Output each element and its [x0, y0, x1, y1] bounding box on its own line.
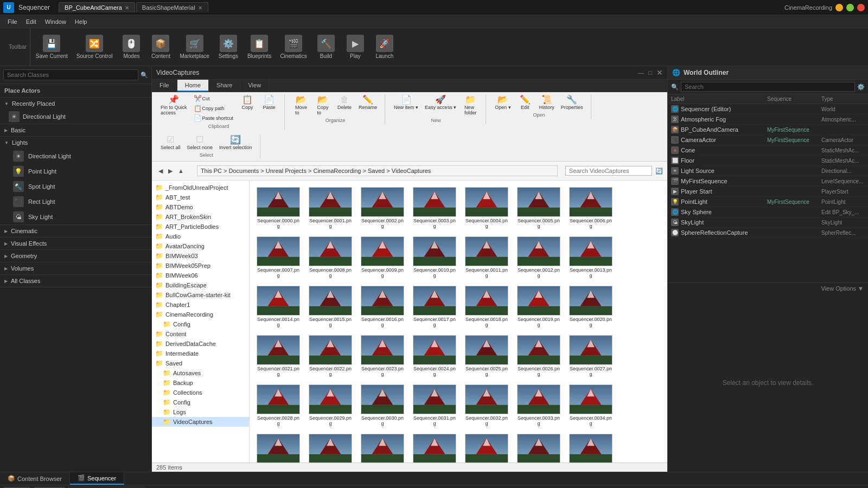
toolbar-btn-save-current[interactable]: 💾Save Current — [33, 33, 71, 61]
tree-item-bimweek05prep[interactable]: 📁BIMWeek05Prep — [152, 261, 249, 271]
tab-close-basic-shape[interactable]: ✕ — [198, 5, 202, 11]
fb-refresh-icon[interactable]: 🔄 — [655, 168, 663, 175]
close-button[interactable] — [857, 4, 865, 11]
file-item-10[interactable]: Sequencer.0010.png — [410, 234, 459, 280]
fb-btn-new-item[interactable]: 📄 New item ▾ — [392, 94, 420, 117]
file-item-11[interactable]: Sequencer.0011.png — [462, 234, 511, 280]
file-item-4[interactable]: Sequencer.0004.png — [462, 185, 511, 231]
file-item-26[interactable]: Sequencer.0026.png — [514, 333, 563, 379]
file-item-20[interactable]: Sequencer.0020.png — [566, 284, 615, 330]
actor-rect-light[interactable]: ⬛ Rect Light — [0, 194, 151, 209]
category-geometry-header[interactable]: ▶ Geometry — [0, 250, 151, 262]
file-item-22[interactable]: Sequencer.0022.png — [306, 333, 355, 379]
category-volumes-header[interactable]: ▶ Volumes — [0, 262, 151, 274]
fb-btn-paste[interactable]: 📄 Paste — [259, 94, 279, 123]
fb-btn-rename[interactable]: ✏️ Rename — [356, 94, 379, 117]
fb-btn-invert-selection[interactable]: 🔄 Invert selection — [217, 134, 254, 151]
fb-maximize-icon[interactable]: □ — [648, 69, 652, 76]
fb-btn-new-folder[interactable]: 📁 Newfolder — [461, 94, 480, 117]
outliner-row-6[interactable]: ☀ Light Source Directional... — [668, 166, 868, 176]
file-item-32[interactable]: Sequencer.0032.png — [462, 382, 511, 428]
toolbar-btn-launch[interactable]: 🚀Launch — [371, 33, 398, 61]
file-item-8[interactable]: Sequencer.0008.png — [306, 234, 355, 280]
tree-item-buildingescape[interactable]: 📁BuildingEscape — [152, 280, 249, 290]
fb-btn-easy-access[interactable]: 🚀 Easy access ▾ — [423, 94, 458, 117]
outliner-row-2[interactable]: 📦 BP_CubeAndCamera MyFirstSequence — [668, 125, 868, 135]
fb-btn-move-to[interactable]: 📂 Moveto — [291, 94, 311, 117]
view-options-button[interactable]: View Options ▼ — [668, 282, 868, 294]
minimize-button[interactable] — [835, 4, 843, 11]
search-classes-input[interactable] — [3, 69, 138, 80]
outliner-row-0[interactable]: 🌐 Sequencer (Editor) World — [668, 104, 868, 114]
tree-item-bullcowgame-starter-kit[interactable]: 📁BullCowGame-starter-kit — [152, 290, 249, 300]
category-recently-placed-header[interactable]: ▼ Recently Placed — [0, 98, 151, 110]
outliner-row-5[interactable]: ⬜ Floor StaticMeshAc... — [668, 156, 868, 166]
tree-item-abtdemo[interactable]: 📁ABTDemo — [152, 202, 249, 212]
outliner-row-10[interactable]: 🌐 Sky Sphere Edit BP_Sky_... — [668, 207, 868, 217]
tree-item-deriveddatacache[interactable]: 📁DerivedDataCache — [152, 339, 249, 349]
toolbar-btn-settings[interactable]: ⚙️Settings — [215, 33, 242, 61]
file-item-24[interactable]: Sequencer.0024.png — [410, 333, 459, 379]
file-item-39[interactable]: Sequencer.0039.png — [462, 432, 511, 463]
file-item-12[interactable]: Sequencer.0012.png — [514, 234, 563, 280]
toolbar-btn-source-control[interactable]: 🔀Source Control — [73, 33, 116, 61]
toolbar-btn-play[interactable]: ▶Play — [342, 33, 369, 61]
fb-btn-properties[interactable]: 🔧 Properties — [559, 94, 585, 111]
fb-forward-button[interactable]: ▶ — [166, 167, 175, 175]
tree-item-intermediate[interactable]: 📁Intermediate — [152, 349, 249, 358]
fb-minimize-icon[interactable]: — — [638, 69, 644, 76]
outliner-row-4[interactable]: 🔺 Cone StaticMeshAc... — [668, 145, 868, 156]
tab-bp-cube[interactable]: BP_CubeAndCamera ✕ — [59, 2, 135, 12]
toolbar-btn-blueprints[interactable]: 📋Blueprints — [244, 33, 275, 61]
file-item-30[interactable]: Sequencer.0030.png — [358, 382, 407, 428]
outliner-search-input[interactable] — [681, 82, 855, 92]
maximize-button[interactable] — [846, 4, 854, 11]
menu-help[interactable]: Help — [71, 17, 92, 26]
menu-edit[interactable]: Edit — [22, 17, 41, 26]
fb-btn-history[interactable]: 📜 History — [537, 94, 557, 111]
file-item-1[interactable]: Sequencer.0001.png — [306, 185, 355, 231]
toolbar-btn-content[interactable]: 📦Content — [147, 33, 174, 61]
fb-search-input[interactable] — [565, 166, 652, 176]
fb-btn-edit[interactable]: ✏️ Edit — [515, 94, 535, 111]
tree-item-art_brokenskin[interactable]: 📁ART_BrokenSkin — [152, 212, 249, 222]
tree-item-config[interactable]: 📁Config — [152, 397, 249, 407]
outliner-row-12[interactable]: ⚪ SphereReflectionCapture SpherReflec... — [668, 228, 868, 238]
outliner-row-7[interactable]: 🎬 MyFirstSequence LevelSequence... — [668, 176, 868, 187]
file-item-28[interactable]: Sequencer.0028.png — [254, 382, 303, 428]
file-item-21[interactable]: Sequencer.0021.png — [254, 333, 303, 379]
tree-item-art_particlebodies[interactable]: 📁ART_ParticleBodies — [152, 222, 249, 232]
file-item-6[interactable]: Sequencer.0006.png — [566, 185, 615, 231]
fb-btn-copy-path[interactable]: 📋 Copy path — [192, 104, 236, 113]
file-item-34[interactable]: Sequencer.0034.png — [566, 382, 615, 428]
fb-btn-select-all[interactable]: ☑ Select all — [158, 134, 183, 151]
file-item-36[interactable]: Sequencer.0036.png — [306, 432, 355, 463]
category-all-classes-header[interactable]: ▶ All Classes — [0, 275, 151, 287]
file-item-27[interactable]: Sequencer.0027.png — [566, 333, 615, 379]
toolbar-btn-marketplace[interactable]: 🛒Marketplace — [176, 33, 212, 61]
fb-btn-pin-quick-access[interactable]: 📌 Pin to Quickaccess — [158, 94, 189, 123]
menu-file[interactable]: File — [3, 17, 22, 26]
tree-item-_fromoldunrealproject[interactable]: 📁_FromOldUnrealProject — [152, 183, 249, 192]
category-lights-header[interactable]: ▼ Lights — [0, 137, 151, 149]
fb-back-button[interactable]: ◀ — [156, 167, 165, 175]
fb-btn-cut[interactable]: ✂️ Cut — [192, 94, 236, 103]
tab-sequencer[interactable]: 🎬 Sequencer — [70, 472, 124, 485]
toolbar-btn-modes[interactable]: 🖱️Modes — [118, 33, 145, 61]
fb-tab-share[interactable]: Share — [209, 80, 240, 92]
file-item-29[interactable]: Sequencer.0029.png — [306, 382, 355, 428]
category-cinematic-header[interactable]: ▶ Cinematic — [0, 225, 151, 237]
file-item-5[interactable]: Sequencer.0005.png — [514, 185, 563, 231]
tree-item-videocaptures[interactable]: 📁VideoCaptures — [152, 417, 249, 427]
category-visual-effects-header[interactable]: ▶ Visual Effects — [0, 237, 151, 249]
outliner-row-3[interactable]: 🎥 CameraActor MyFirstSequence CameraActo… — [668, 135, 868, 145]
tree-item-backup[interactable]: 📁Backup — [152, 378, 249, 388]
file-item-3[interactable]: Sequencer.0003.png — [410, 185, 459, 231]
tree-item-audio[interactable]: 📁Audio — [152, 232, 249, 241]
tree-item-saved[interactable]: 📁Saved — [152, 358, 249, 368]
outliner-row-1[interactable]: 🌫 Atmospheric Fog Atmospheric... — [668, 114, 868, 125]
file-item-33[interactable]: Sequencer.0033.png — [514, 382, 563, 428]
toolbar-btn-build[interactable]: 🔨Build — [312, 33, 340, 61]
file-item-14[interactable]: Sequencer.0014.png — [254, 284, 303, 330]
fb-btn-paste-shortcut[interactable]: 📄 Paste shortcut — [192, 114, 236, 123]
